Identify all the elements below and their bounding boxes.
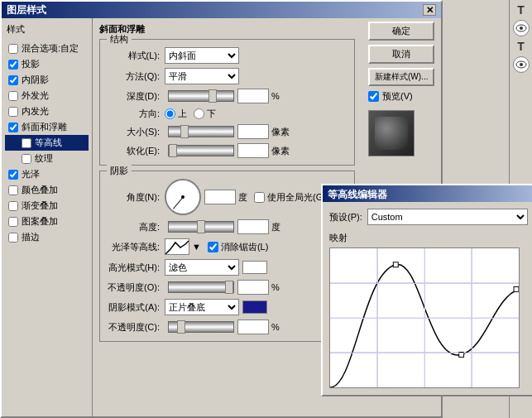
- sidebar-item-shadow[interactable]: 投影: [5, 56, 89, 72]
- sidebar-item-bevel[interactable]: 斜面和浮雕: [5, 119, 89, 135]
- preview-checkbox[interactable]: [368, 91, 379, 102]
- eye-icon-1[interactable]: [513, 20, 530, 36]
- size-slider[interactable]: [168, 126, 234, 137]
- size-unit: 像素: [271, 126, 290, 138]
- shadow-opacity-unit: %: [271, 322, 280, 332]
- highlight-mode-label: 高光模式(H):: [107, 262, 165, 274]
- direction-up-radio[interactable]: [165, 108, 175, 119]
- angle-dial[interactable]: [165, 179, 201, 215]
- sidebar-item-pattern-overlay[interactable]: 图案叠加: [5, 214, 89, 229]
- eye-icon-2[interactable]: [513, 56, 530, 73]
- ok-button[interactable]: 确定: [368, 22, 434, 41]
- texture-checkbox[interactable]: [22, 154, 31, 164]
- sidebar-label-inner-shadow: 内阴影: [22, 74, 49, 86]
- sidebar-item-inner-shadow[interactable]: 内阴影: [5, 72, 89, 88]
- direction-down-radio[interactable]: [194, 108, 204, 119]
- right-panel: 确定 取消 新建样式(W)... 预览(V) 斜面和浮雕 结构: [93, 18, 441, 416]
- shadow-opacity-value[interactable]: 15: [237, 320, 269, 334]
- inner-shadow-checkbox[interactable]: [8, 75, 18, 85]
- gloss-checkbox[interactable]: [8, 170, 18, 180]
- outer-glow-checkbox[interactable]: [8, 91, 18, 101]
- highlight-opacity-label: 不透明度(O):: [107, 281, 165, 294]
- gradient-overlay-checkbox[interactable]: [8, 201, 18, 211]
- dropdown-arrow[interactable]: ▼: [192, 242, 201, 252]
- angle-row: 角度(N): 140 度 使用全局光(G): [107, 179, 347, 215]
- shadow-opacity-slider[interactable]: [168, 321, 234, 333]
- preview-row: 预览(V): [368, 90, 434, 103]
- shadow-group: 阴影 角度(N): 140 度 使用全局光(G): [99, 171, 355, 342]
- sidebar-item-gradient-overlay[interactable]: 渐变叠加: [5, 198, 89, 214]
- sidebar-item-blend[interactable]: 混合选项:自定: [5, 41, 89, 56]
- preview-icon: [375, 117, 408, 150]
- method-select[interactable]: 平滑 雕刻清晰: [165, 68, 239, 84]
- t-icon-mid: T: [510, 40, 532, 53]
- sidebar-label-texture: 纹理: [35, 152, 53, 165]
- inner-glow-checkbox[interactable]: [8, 107, 18, 117]
- new-style-button[interactable]: 新建样式(W)...: [368, 68, 434, 86]
- sidebar-label-outer-glow: 外发光: [22, 89, 49, 102]
- shadow-mode-select[interactable]: 正片叠底 正常: [165, 299, 239, 315]
- angle-value[interactable]: 140: [204, 190, 236, 204]
- sidebar-label-pattern-overlay: 图案叠加: [22, 215, 58, 228]
- sidebar-item-texture[interactable]: 纹理: [5, 151, 89, 166]
- sidebar-item-outer-glow[interactable]: 外发光: [5, 88, 89, 103]
- anti-alias-checkbox[interactable]: [208, 242, 218, 252]
- gloss-contour-thumb[interactable]: [165, 238, 189, 255]
- preset-select[interactable]: Custom Linear Gaussian: [367, 209, 528, 225]
- altitude-unit: 度: [271, 221, 280, 233]
- structure-title: 结构: [107, 33, 132, 46]
- depth-value[interactable]: 710: [237, 89, 269, 103]
- style-select[interactable]: 内斜面 外斜面 浮雕效果 枕状浮雕: [165, 47, 239, 64]
- stroke-checkbox[interactable]: [8, 233, 18, 243]
- shadow-title: 阴影: [107, 165, 132, 177]
- title-bar: 图层样式 ✕: [2, 2, 441, 18]
- contour-editor: 等高线编辑器 预设(P): Custom Linear Gaussian 映射: [321, 184, 532, 396]
- soften-slider[interactable]: [168, 145, 234, 156]
- shadow-checkbox[interactable]: [8, 60, 18, 70]
- depth-row: 深度(D): 710 %: [107, 89, 347, 103]
- shadow-color-swatch[interactable]: [242, 300, 267, 314]
- highlight-mode-select[interactable]: 滤色 正常: [165, 259, 239, 276]
- highlight-opacity-slider[interactable]: [168, 281, 234, 293]
- highlight-opacity-unit: %: [271, 282, 280, 292]
- sidebar-item-stroke[interactable]: 描边: [5, 229, 89, 245]
- altitude-slider[interactable]: [168, 221, 234, 233]
- depth-slider[interactable]: [168, 90, 234, 102]
- sidebar-item-gloss[interactable]: 光泽: [5, 166, 89, 182]
- direction-up-label: 上: [178, 108, 187, 120]
- grid-v-1: [377, 248, 378, 387]
- highlight-opacity-row: 不透明度(O): 100 %: [107, 280, 347, 295]
- contour-editor-title: 等高线编辑器: [323, 185, 532, 202]
- sidebar-label-contour: 等高线: [35, 137, 62, 149]
- gloss-contour-row: 光泽等高线: ▼ 消除锯齿(L): [107, 238, 347, 255]
- shadow-mode-row: 阴影模式(A): 正片叠底 正常: [107, 299, 347, 315]
- angle-label: 角度(N):: [107, 191, 165, 204]
- depth-label: 深度(D):: [107, 90, 165, 103]
- size-label: 大小(S):: [107, 126, 165, 138]
- contour-checkbox[interactable]: [22, 138, 31, 148]
- bevel-checkbox[interactable]: [8, 123, 18, 132]
- altitude-value[interactable]: 45: [237, 219, 269, 234]
- global-light-checkbox[interactable]: [254, 192, 265, 203]
- sidebar-item-inner-glow[interactable]: 内发光: [5, 103, 89, 119]
- pattern-overlay-checkbox[interactable]: [8, 217, 18, 227]
- soften-unit: 像素: [271, 145, 290, 157]
- contour-graph[interactable]: [329, 247, 520, 388]
- t-icon-top: T: [510, 3, 532, 17]
- highlight-opacity-value[interactable]: 100: [237, 280, 269, 295]
- highlight-color-swatch[interactable]: [242, 261, 267, 274]
- size-value[interactable]: 53: [237, 124, 269, 139]
- sidebar-item-color-overlay[interactable]: 颜色叠加: [5, 182, 89, 198]
- sidebar-label-gloss: 光泽: [22, 168, 40, 180]
- color-overlay-checkbox[interactable]: [8, 185, 18, 195]
- sidebar-item-contour[interactable]: 等高线: [5, 135, 89, 151]
- cancel-button[interactable]: 取消: [368, 45, 434, 64]
- blend-checkbox[interactable]: [8, 44, 18, 54]
- soften-value[interactable]: 0: [237, 143, 269, 158]
- angle-line: [173, 197, 183, 209]
- layer-style-window: 图层样式 ✕ 样式 混合选项:自定 投影 内阴影 外发光: [0, 0, 443, 418]
- angle-unit: 度: [238, 191, 247, 204]
- method-label: 方法(Q):: [107, 70, 165, 83]
- close-button[interactable]: ✕: [423, 4, 436, 16]
- direction-down-item: 下: [194, 108, 216, 120]
